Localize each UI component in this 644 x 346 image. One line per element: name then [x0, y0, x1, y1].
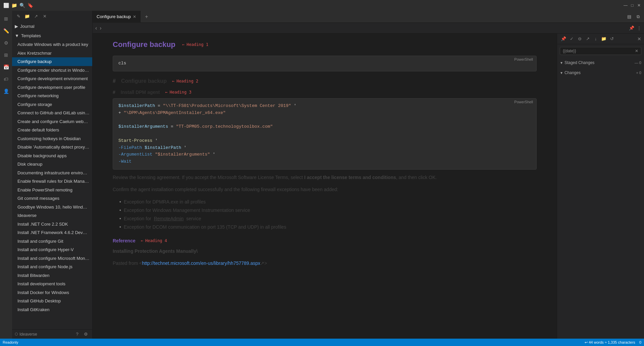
tab-configure-backup[interactable]: Configure backup ✕: [93, 11, 141, 23]
minimize-button[interactable]: —: [623, 3, 628, 8]
close-sidebar-button[interactable]: ✕: [41, 12, 48, 20]
sidebar-item-9[interactable]: Create and configure Caelum website: [12, 117, 92, 126]
sidebar-item-6[interactable]: Configure networking: [12, 92, 92, 100]
help-button[interactable]: ?: [73, 331, 81, 338]
heading2-text: Configure backup: [121, 78, 167, 84]
folder-icon[interactable]: 📁: [11, 2, 17, 9]
sidebar-item-8[interactable]: Connect to GitHub and GitLab using S...: [12, 109, 92, 117]
rp-date-field[interactable]: {{date}} ✕: [560, 47, 641, 55]
rp-folder-button[interactable]: 📁: [600, 35, 607, 43]
rp-date-clear-icon[interactable]: ✕: [635, 49, 638, 53]
nav-forward-button[interactable]: ›: [100, 25, 101, 31]
sidebar-item-26[interactable]: Install and configure Node.js: [12, 263, 92, 271]
editor-scroll[interactable]: Configure backup ← Heading 1 PowerShell …: [93, 34, 557, 339]
list-item-4: Exception for DCOM communication on port…: [119, 223, 537, 231]
sidebar-item-23[interactable]: Install and configure Git: [12, 237, 92, 246]
activity-home-icon[interactable]: ⊞: [1, 13, 11, 24]
sidebar-item-18[interactable]: Git commit messages: [12, 194, 92, 203]
files-icon[interactable]: ⬜: [3, 2, 9, 9]
tab-bar: Configure backup ✕ + ▤ ⧉: [93, 11, 644, 23]
nav-more-icon[interactable]: ⋮: [637, 25, 641, 31]
chevron-down-icon-staged: ▼: [560, 61, 563, 65]
heading4-annotation: ← Heading 4: [141, 238, 167, 243]
sidebar-item-20[interactable]: Ideaverse: [12, 211, 92, 220]
title-bar-right: — □ ✕: [623, 3, 641, 8]
sidebar-item-21[interactable]: Install .NET Core 2.2 SDK: [12, 220, 92, 229]
heading2-label: Heading 2: [176, 79, 198, 83]
new-folder-button[interactable]: 📁: [23, 12, 31, 20]
sidebar-item-28[interactable]: Install development tools: [12, 280, 92, 288]
code-line-4: $installerArguments = "TT-DPM05.corp.tec…: [118, 123, 531, 130]
ref-icon: ↗: [260, 261, 264, 266]
sidebar-item-3[interactable]: Configure cmder shortcut in Windows ...: [12, 66, 92, 75]
rp-toolbar: 📌 ✓ ⊖ ↗ ↓ 📁 ↺: [560, 35, 635, 43]
ref-para: Pasted from <http://technet.microsoft.co…: [113, 260, 537, 268]
settings-button[interactable]: ⚙: [82, 331, 90, 338]
sidebar-item-0[interactable]: Activate Windows with a product key: [12, 40, 92, 49]
activity-tag-icon[interactable]: 🏷: [1, 74, 11, 84]
heading2-annotation: ← Heading 2: [172, 79, 198, 83]
sidebar-item-4[interactable]: Configure development environment: [12, 74, 92, 83]
code-block-1: PowerShell cls: [113, 56, 537, 71]
tab-close-button[interactable]: ✕: [133, 14, 136, 19]
heading4-label: Heading 4: [145, 238, 167, 243]
ref-link[interactable]: http://technet.microsoft.com/en-us/libra…: [142, 261, 261, 266]
activity-calendar-icon[interactable]: 📅: [1, 62, 11, 72]
sidebar-list: ▶ Journal ▼ Templates Activate Windows w…: [12, 21, 92, 329]
sidebar-group-journal[interactable]: ▶ Journal: [12, 21, 92, 31]
sidebar-item-14[interactable]: Disk cleanup: [12, 160, 92, 169]
arrow-icon-4: ←: [141, 238, 143, 243]
sidebar-item-27[interactable]: Install Bitwarden: [12, 271, 92, 280]
layout-icon[interactable]: ▤: [626, 13, 633, 20]
ref-title: Installing Protection Agents Manually\: [113, 247, 537, 255]
search-icon[interactable]: 🔍: [19, 2, 25, 9]
sidebar-item-5[interactable]: Configure development user profile: [12, 83, 92, 92]
rp-download-button[interactable]: ↓: [592, 35, 599, 43]
sidebar-item-25[interactable]: Install and configure Microsoft Money: [12, 254, 92, 263]
activity-grid-icon[interactable]: ⊞: [1, 50, 11, 60]
code-line-6: Start-Process ': [118, 137, 531, 145]
activity-person-icon[interactable]: 👤: [1, 86, 11, 97]
sidebar-item-30[interactable]: Install GitHub Desktop: [12, 297, 92, 305]
new-note-button[interactable]: ✎: [15, 12, 22, 20]
sidebar-item-configure-backup[interactable]: Configure backup: [12, 57, 92, 66]
rp-changes-label: Changes: [565, 70, 581, 75]
bookmark-icon[interactable]: 🔖: [27, 2, 34, 9]
close-button[interactable]: ✕: [637, 3, 641, 8]
split-icon[interactable]: ⧉: [635, 13, 641, 20]
sidebar-item-29[interactable]: Install Docker for Windows: [12, 288, 92, 297]
sidebar-item-24[interactable]: Install and configure Hyper-V: [12, 245, 92, 254]
activity-new-icon[interactable]: ✏️: [1, 25, 11, 36]
code-line-8: -ArgumentList "$installerArguments" ': [118, 151, 531, 158]
rp-undo-button[interactable]: ✓: [568, 35, 575, 43]
rp-redo-button[interactable]: ⊖: [576, 35, 583, 43]
sidebar-item-13[interactable]: Disable background apps: [12, 152, 92, 160]
sidebar-item-15[interactable]: Documenting infrastructure environme...: [12, 169, 92, 177]
tab-add-button[interactable]: +: [141, 11, 153, 23]
code-line-1: $installerPath = "\\TT-FS01\Products\Mic…: [118, 103, 531, 110]
maximize-button[interactable]: □: [630, 3, 635, 8]
bold-text-1: I accept the license terms and condition…: [304, 175, 396, 180]
nav-back-button[interactable]: ‹: [95, 25, 97, 31]
nav-pin-icon[interactable]: 📌: [629, 25, 634, 31]
sidebar-item-31[interactable]: Install GitKraken: [12, 305, 92, 314]
sidebar-item-10[interactable]: Create default folders: [12, 126, 92, 134]
sidebar-item-1[interactable]: Alex Kretzschmar: [12, 49, 92, 58]
sidebar-item-11[interactable]: Customizing hotkeys in Obsidian: [12, 134, 92, 143]
rp-changes-header[interactable]: ▼ Changes + 0: [560, 69, 641, 76]
sidebar-item-17[interactable]: Enable PowerShell remoting: [12, 186, 92, 194]
rp-refresh-button[interactable]: ↺: [608, 35, 615, 43]
sidebar-item-19[interactable]: Goodbye Windows 10, hello Windows ...: [12, 203, 92, 212]
sidebar-item-16[interactable]: Enable firewall rules for Disk Managem..…: [12, 177, 92, 186]
rp-share-button[interactable]: ↗: [584, 35, 591, 43]
rp-pin-button[interactable]: 📌: [560, 35, 567, 43]
rp-staged-changes-header[interactable]: ▼ Staged Changes — 0: [560, 59, 641, 66]
status-bar: Readonly ↩ 44 words ≈ 1,335 characters 0: [0, 339, 644, 346]
sidebar-item-22[interactable]: Install .NET Framework 4.6.2 Developer..…: [12, 228, 92, 237]
sidebar-item-7[interactable]: Configure storage: [12, 100, 92, 109]
sidebar-group-templates[interactable]: ▼ Templates: [12, 31, 92, 40]
move-button[interactable]: ↗: [32, 12, 40, 20]
rp-close-button[interactable]: ✕: [637, 36, 641, 42]
sidebar-item-12[interactable]: Disable 'Automatically detect proxy set.…: [12, 143, 92, 152]
activity-plugin-icon[interactable]: ⚙: [1, 38, 11, 48]
